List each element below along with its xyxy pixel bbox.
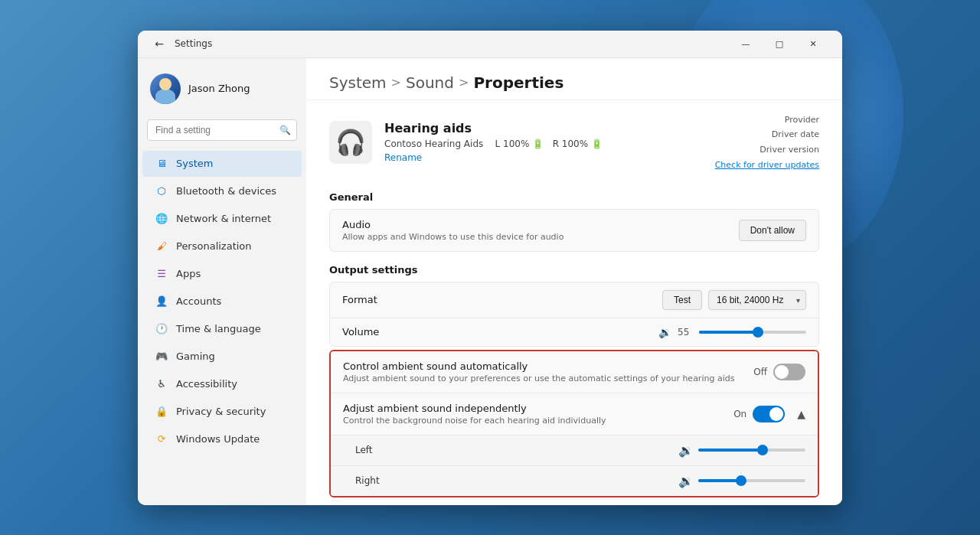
expand-button[interactable]: ▲ xyxy=(797,408,805,420)
sidebar-item-gaming[interactable]: 🎮 Gaming xyxy=(142,344,302,370)
right-vol-icon: 🔉 xyxy=(678,474,694,488)
format-dropdown[interactable]: 16 bit, 24000 Hz xyxy=(708,290,806,310)
sidebar-item-privacy[interactable]: 🔒 Privacy & security xyxy=(142,399,302,425)
volume-slider-fill xyxy=(699,331,758,334)
adjust-ambient-toggle-wrap: On ▲ xyxy=(733,406,805,422)
breadcrumb: System > Sound > Properties xyxy=(329,73,819,92)
control-ambient-knob xyxy=(775,365,789,379)
search-icon: 🔍 xyxy=(279,125,291,135)
maximize-button[interactable]: □ xyxy=(763,32,796,55)
driver-version-label: Driver version xyxy=(715,142,819,158)
control-ambient-desc: Adjust ambient sound to your preferences… xyxy=(343,374,753,383)
audio-label: Audio xyxy=(342,219,564,230)
left-slider-fill xyxy=(698,449,763,452)
audio-setting-card: Audio Allow apps and Windows to use this… xyxy=(329,209,819,252)
sidebar-item-time[interactable]: 🕐 Time & language xyxy=(142,316,302,342)
close-button[interactable]: ✕ xyxy=(796,32,830,55)
adjust-ambient-row: Adjust ambient sound independently Contr… xyxy=(331,393,818,436)
system-icon: 🖥 xyxy=(155,157,168,171)
main-content: System > Sound > Properties 🎧 Hearing ai… xyxy=(306,58,842,505)
page-header: System > Sound > Properties xyxy=(306,58,842,100)
control-ambient-title: Control ambient sound automatically xyxy=(343,360,753,372)
breadcrumb-properties: Properties xyxy=(473,73,564,92)
right-slider-thumb[interactable] xyxy=(736,475,746,486)
device-header: 🎧 Hearing aids Contoso Hearing Aids L 10… xyxy=(306,100,842,185)
network-icon: 🌐 xyxy=(155,212,168,226)
breadcrumb-sep-2: > xyxy=(459,75,469,90)
device-icon: 🎧 xyxy=(329,121,372,164)
sidebar-item-label-personalization: Personalization xyxy=(176,240,252,252)
sidebar-item-system[interactable]: 🖥 System xyxy=(142,151,302,177)
bluetooth-icon: ⬡ xyxy=(155,184,168,198)
sidebar-item-accessibility[interactable]: ♿ Accessibility xyxy=(142,371,302,397)
sidebar-item-label-network: Network & internet xyxy=(176,213,271,224)
search-box: 🔍 xyxy=(147,119,297,141)
right-slider-fill xyxy=(698,479,741,482)
breadcrumb-sep-1: > xyxy=(391,75,401,90)
back-button[interactable]: ← xyxy=(150,34,168,53)
minimize-button[interactable]: — xyxy=(729,32,763,55)
titlebar-title: Settings xyxy=(175,38,212,49)
sidebar-item-update[interactable]: ⟳ Windows Update xyxy=(142,426,302,452)
update-icon: ⟳ xyxy=(155,432,168,446)
format-dropdown-wrap: 16 bit, 24000 Hz xyxy=(708,290,806,310)
adjust-ambient-state-label: On xyxy=(733,409,746,419)
left-slider[interactable] xyxy=(698,449,805,452)
dont-allow-button[interactable]: Don't allow xyxy=(739,220,806,241)
volume-controls: 🔉 55 xyxy=(658,326,806,338)
rename-link[interactable]: Rename xyxy=(384,152,422,163)
right-label: Right xyxy=(355,475,380,486)
left-sub-row: Left 🔉 xyxy=(331,436,818,466)
accessibility-icon: ♿ xyxy=(155,377,168,391)
sidebar-item-label-accounts: Accounts xyxy=(176,295,221,307)
ambient-highlight-box: Control ambient sound automatically Adju… xyxy=(329,350,819,497)
right-sub-row: Right 🔉 xyxy=(331,466,818,496)
breadcrumb-sound: Sound xyxy=(406,73,454,92)
adjust-ambient-title: Adjust ambient sound independently xyxy=(343,403,733,414)
control-ambient-toggle[interactable] xyxy=(773,364,805,380)
left-vol-icon: 🔉 xyxy=(678,443,694,458)
provider-label: Provider xyxy=(715,113,819,128)
adjust-ambient-info: Adjust ambient sound independently Contr… xyxy=(343,403,733,426)
accounts-icon: 👤 xyxy=(155,295,168,308)
volume-label: Volume xyxy=(342,326,379,338)
sidebar-item-personalization[interactable]: 🖌 Personalization xyxy=(142,233,302,259)
format-controls: Test 16 bit, 24000 Hz xyxy=(662,290,806,310)
test-button[interactable]: Test xyxy=(662,290,702,310)
window-controls: — □ ✕ xyxy=(729,32,830,55)
sidebar-item-label-time: Time & language xyxy=(176,323,261,334)
left-label: Left xyxy=(355,445,373,455)
device-subtitle: Contoso Hearing Aids L 100% 🔋 R 100% 🔋 xyxy=(384,139,703,149)
sidebar-item-accounts[interactable]: 👤 Accounts xyxy=(142,289,302,315)
titlebar: ← Settings — □ ✕ xyxy=(138,31,842,58)
left-controls: 🔉 xyxy=(678,443,805,458)
control-ambient-info: Control ambient sound automatically Adju… xyxy=(343,360,753,383)
sidebar-item-label-apps: Apps xyxy=(176,268,201,279)
device-name: Hearing aids xyxy=(384,121,703,135)
control-ambient-state-label: Off xyxy=(753,367,767,377)
adjust-ambient-toggle[interactable] xyxy=(753,406,785,422)
volume-slider[interactable] xyxy=(699,331,806,334)
sidebar-item-label-accessibility: Accessibility xyxy=(176,378,237,390)
volume-slider-thumb[interactable] xyxy=(753,327,763,338)
user-name: Jason Zhong xyxy=(188,83,250,94)
adjust-ambient-desc: Control the background noise for each he… xyxy=(343,416,733,426)
sidebar-item-apps[interactable]: ☰ Apps xyxy=(142,261,302,287)
sidebar-item-network[interactable]: 🌐 Network & internet xyxy=(142,206,302,232)
driver-info: Provider Driver date Driver version Chec… xyxy=(715,113,819,173)
output-section-label: Output settings xyxy=(306,255,842,279)
search-input[interactable] xyxy=(147,119,297,141)
volume-icon: 🔉 xyxy=(658,326,671,338)
sidebar-item-bluetooth[interactable]: ⬡ Bluetooth & devices xyxy=(142,178,302,204)
sidebar-item-label-gaming: Gaming xyxy=(176,351,215,362)
audio-presets-label: Audio presets xyxy=(306,501,842,505)
breadcrumb-system: System xyxy=(329,73,387,92)
right-slider[interactable] xyxy=(698,479,805,482)
left-slider-thumb[interactable] xyxy=(757,445,768,455)
volume-row: Volume 🔉 55 xyxy=(330,318,818,346)
settings-window: ← Settings — □ ✕ Jason Zhong 🔍 🖥 System xyxy=(138,31,842,505)
check-driver-link[interactable]: Check for driver updates xyxy=(715,160,819,170)
avatar xyxy=(150,73,181,104)
audio-desc: Allow apps and Windows to use this devic… xyxy=(342,232,564,242)
general-section-label: General xyxy=(306,185,842,206)
